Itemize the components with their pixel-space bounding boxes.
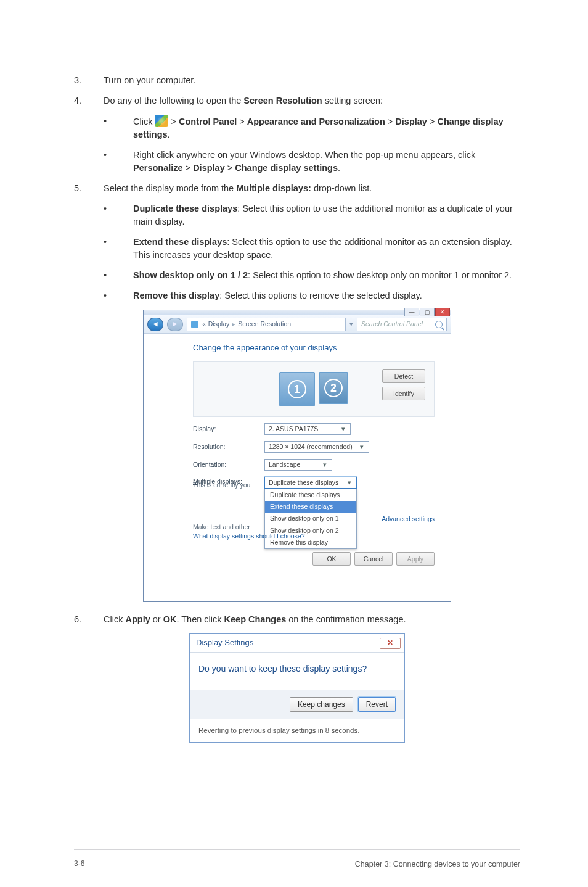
page-footer: 3-6 Chapter 3: Connecting devices to you… (74, 859, 520, 870)
window-nav-bar: ◄ ► « Display ▸ Screen Resolution ▾ Sear… (144, 315, 451, 334)
window-titlebar: — ▢ ✕ (144, 310, 451, 315)
bullet-text: Click > Control Panel > Appearance and P… (133, 115, 520, 141)
search-icon (435, 321, 443, 328)
bullet: • (104, 289, 133, 302)
apply-button[interactable]: Apply (396, 552, 435, 566)
monitor-1[interactable]: 1 (279, 372, 315, 406)
menu-option-extend[interactable]: Extend these displays (265, 501, 356, 513)
minimize-button[interactable]: — (404, 308, 419, 316)
bullet: • (104, 115, 133, 141)
label-orientation: Orientation: (193, 460, 257, 469)
bullet-text: Extend these displays: Select this optio… (133, 236, 520, 262)
step-text: Click Apply or OK. Then click Keep Chang… (104, 613, 520, 626)
control-panel-icon (191, 321, 198, 328)
label-display: Display: (193, 424, 257, 434)
menu-option-duplicate[interactable]: Duplicate these displays (265, 489, 356, 501)
revert-button[interactable]: Revert (358, 697, 396, 712)
nav-back-button[interactable]: ◄ (147, 318, 163, 331)
bullet: • (104, 149, 133, 175)
chevron-down-icon: ▾ (346, 480, 353, 486)
identify-button[interactable]: Identify (382, 387, 425, 400)
nav-forward-button[interactable]: ► (167, 318, 183, 331)
step-text: Turn on your computer. (104, 74, 520, 87)
step-text: Select the display mode from the Multipl… (104, 182, 520, 195)
resolution-dropdown[interactable]: 1280 × 1024 (recommended)▾ (264, 441, 369, 453)
panel-heading: Change the appearance of your displays (193, 342, 435, 354)
step-number: 5. (74, 182, 104, 195)
monitor-2[interactable]: 2 (319, 372, 348, 404)
multiple-displays-dropdown[interactable]: Duplicate these displays▾ (264, 477, 357, 489)
screen-resolution-window: — ▢ ✕ ◄ ► « Display ▸ Screen Resolution … (143, 310, 451, 602)
ok-button[interactable]: OK (312, 552, 351, 566)
dialog-close-button[interactable]: ✕ (380, 638, 401, 649)
menu-option-show1[interactable]: Show desktop only on 1 (265, 513, 356, 524)
orientation-dropdown[interactable]: Landscape▾ (264, 459, 332, 471)
label-resolution: Resolution: (193, 442, 257, 452)
page-number: 3-6 (74, 859, 84, 870)
display-dropdown[interactable]: 2. ASUS PA177S▾ (264, 423, 351, 435)
display-settings-dialog: Display Settings ✕ Do you want to keep t… (189, 633, 405, 743)
step-number: 3. (74, 74, 104, 87)
breadcrumb[interactable]: « Display ▸ Screen Resolution (187, 318, 346, 331)
close-button[interactable]: ✕ (435, 308, 450, 316)
dialog-question: Do you want to keep these display settin… (190, 653, 404, 690)
bullet-text: Right click anywhere on your Windows des… (133, 149, 520, 175)
step-text: Do any of the following to open the Scre… (104, 94, 520, 107)
detect-button[interactable]: Detect (382, 369, 425, 383)
monitor-stage: 1 2 Detect Identify (193, 361, 435, 417)
search-input[interactable]: Search Control Panel (357, 318, 447, 331)
bullet: • (104, 236, 133, 262)
windows-start-icon (155, 115, 168, 127)
step-number: 4. (74, 94, 104, 107)
bullet-text: Show desktop only on 1 / 2: Select this … (133, 269, 520, 282)
step-number: 6. (74, 613, 104, 626)
bullet: • (104, 269, 133, 282)
keep-changes-button[interactable]: Keep changes (290, 697, 353, 712)
chevron-down-icon: ▾ (340, 426, 346, 432)
chapter-title: Chapter 3: Connecting devices to your co… (355, 859, 520, 870)
bullet: • (104, 202, 133, 228)
dialog-footer-text: Reverting to previous display settings i… (190, 719, 404, 742)
bullet-text: Remove this display: Select this options… (133, 289, 520, 302)
dialog-title: Display Settings (196, 637, 253, 649)
bullet-text: Duplicate these displays: Select this op… (133, 202, 520, 228)
cancel-button[interactable]: Cancel (354, 552, 393, 566)
chevron-down-icon: ▾ (322, 462, 328, 468)
chevron-down-icon: ▾ (359, 444, 365, 450)
maximize-button[interactable]: ▢ (420, 308, 435, 316)
